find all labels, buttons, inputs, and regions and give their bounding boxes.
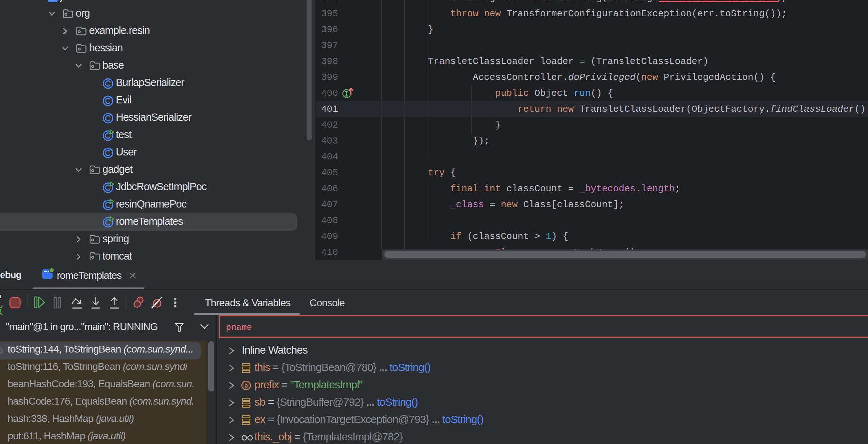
svg-text:p: p [245, 383, 248, 389]
